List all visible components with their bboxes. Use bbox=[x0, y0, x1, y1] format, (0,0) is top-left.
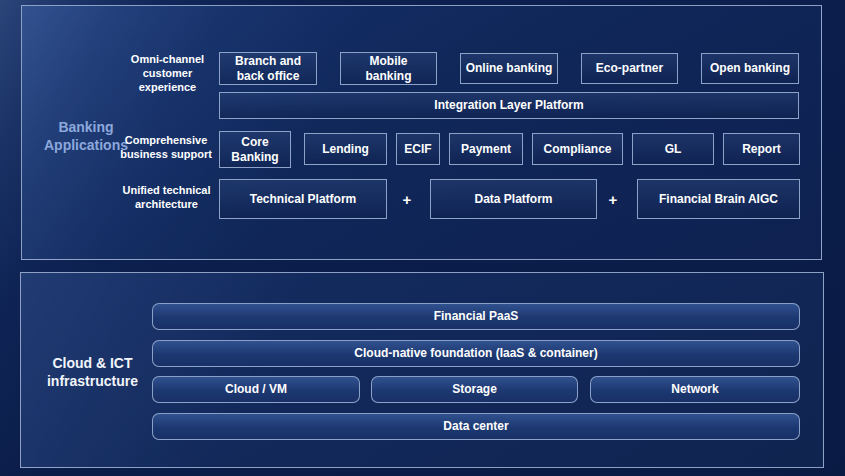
cloud-section-title: Cloud & ICT infrastructure bbox=[35, 354, 150, 390]
box-eco-partner-label: Eco-partner bbox=[596, 61, 663, 75]
row-label-unified-architecture: Unified technical architecture bbox=[118, 184, 215, 212]
box-financial-paas-label: Financial PaaS bbox=[434, 310, 519, 324]
box-technical-platform-label: Technical Platform bbox=[250, 192, 356, 206]
box-eco-partner: Eco-partner bbox=[581, 53, 678, 84]
plus-separator-2: + bbox=[602, 179, 624, 219]
box-technical-platform: Technical Platform bbox=[219, 179, 387, 219]
box-network: Network bbox=[590, 376, 800, 403]
box-payment-label: Payment bbox=[461, 142, 511, 156]
box-data-center-label: Data center bbox=[443, 420, 508, 434]
box-data-platform: Data Platform bbox=[430, 179, 597, 219]
box-lending: Lending bbox=[304, 133, 387, 165]
box-open-banking: Open banking bbox=[701, 53, 799, 84]
box-cloud-native-foundation-label: Cloud-native foundation (IaaS & containe… bbox=[354, 347, 597, 361]
architecture-diagram: Banking Applications Omni-channel custom… bbox=[0, 0, 845, 476]
box-mobile-banking-label: Mobile banking bbox=[357, 54, 421, 83]
box-storage: Storage bbox=[371, 376, 578, 403]
box-gl: GL bbox=[632, 133, 714, 165]
box-integration-layer-platform: Integration Layer Platform bbox=[219, 92, 799, 119]
row-label-omni-channel: Omni-channel customer experience bbox=[120, 53, 215, 95]
box-data-center: Data center bbox=[152, 413, 800, 440]
row-label-business-support: Comprehensive business support bbox=[116, 134, 216, 162]
box-core-banking-label: Core Banking bbox=[223, 135, 287, 164]
cloud-ict-section: Cloud & ICT infrastructure Financial Paa… bbox=[20, 272, 824, 468]
box-cloud-native-foundation: Cloud-native foundation (IaaS & containe… bbox=[152, 340, 800, 367]
banking-applications-section: Banking Applications Omni-channel custom… bbox=[21, 5, 822, 260]
box-open-banking-label: Open banking bbox=[710, 61, 790, 75]
box-compliance-label: Compliance bbox=[543, 142, 611, 156]
box-gl-label: GL bbox=[665, 142, 682, 156]
box-branch-back-office-label: Branch and back office bbox=[228, 54, 308, 83]
box-cloud-vm-label: Cloud / VM bbox=[225, 383, 287, 397]
box-online-banking: Online banking bbox=[460, 53, 558, 84]
box-branch-back-office: Branch and back office bbox=[219, 52, 317, 85]
plus-separator-1: + bbox=[396, 179, 418, 219]
box-ecif: ECIF bbox=[396, 133, 440, 165]
box-report: Report bbox=[723, 133, 800, 165]
box-financial-brain-aigc: Financial Brain AIGC bbox=[637, 179, 800, 219]
box-report-label: Report bbox=[742, 142, 781, 156]
box-mobile-banking: Mobile banking bbox=[340, 52, 437, 85]
box-compliance: Compliance bbox=[532, 133, 623, 165]
box-online-banking-label: Online banking bbox=[466, 61, 553, 75]
box-core-banking: Core Banking bbox=[219, 131, 291, 168]
box-lending-label: Lending bbox=[322, 142, 369, 156]
box-integration-layer-platform-label: Integration Layer Platform bbox=[434, 98, 583, 112]
box-network-label: Network bbox=[671, 383, 718, 397]
box-data-platform-label: Data Platform bbox=[474, 192, 552, 206]
box-ecif-label: ECIF bbox=[404, 142, 431, 156]
box-storage-label: Storage bbox=[452, 383, 497, 397]
box-financial-paas: Financial PaaS bbox=[152, 303, 800, 330]
box-payment: Payment bbox=[449, 133, 523, 165]
box-cloud-vm: Cloud / VM bbox=[152, 376, 360, 403]
box-financial-brain-aigc-label: Financial Brain AIGC bbox=[659, 192, 778, 206]
